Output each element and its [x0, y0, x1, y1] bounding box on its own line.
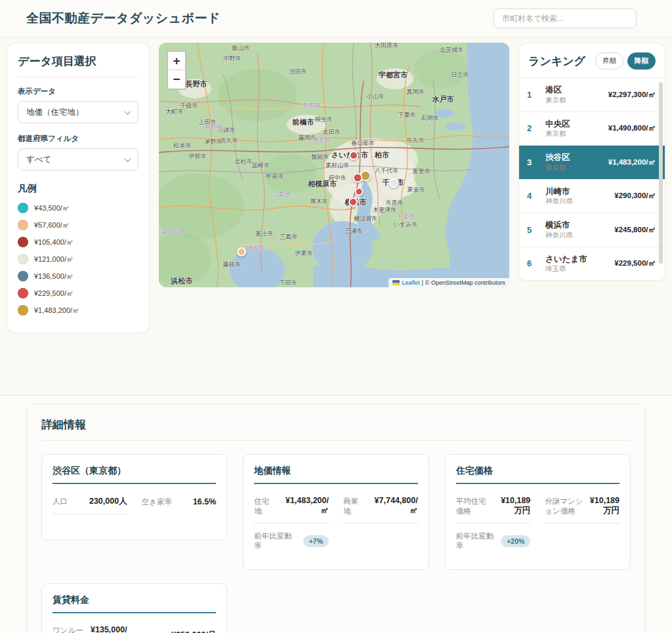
map-city-label: 北茨城市 — [440, 46, 463, 54]
detail-card: 賃貸料金 ワンルーム ¥135,000/月 2LDK ¥250,000/月 3L… — [41, 583, 227, 633]
zoom-in-button[interactable]: + — [168, 52, 185, 70]
rank-city-name: 横浜市 — [545, 220, 610, 231]
search-input[interactable] — [494, 9, 637, 28]
prefecture-filter-select[interactable]: すべて — [18, 148, 138, 171]
map-marker[interactable] — [353, 173, 363, 183]
legend-item-label: ¥1,483,200/㎡ — [34, 306, 79, 316]
chevron-down-icon — [125, 108, 131, 115]
map-marker[interactable] — [348, 197, 358, 207]
legend-color-swatch — [18, 271, 28, 281]
stat-grid: 住宅地 ¥1,483,200/㎡ 商業地 ¥7,744,800/㎡ 前年比変動率… — [254, 488, 417, 558]
display-data-select[interactable]: 地価（住宅地） — [18, 101, 138, 123]
map-city-label: 松本市 — [174, 142, 192, 150]
map-marker[interactable] — [389, 178, 399, 188]
map-city-label: 小山市 — [367, 92, 385, 101]
stat-label: 分譲マンション価格 — [545, 497, 584, 516]
rank-prefecture: 東京都 — [545, 163, 604, 173]
rank-price-value: ¥290,300/㎡ — [614, 191, 656, 201]
map-city-label: 藤枝市 — [223, 260, 241, 269]
rank-city-name: 渋谷区 — [545, 152, 604, 163]
leaflet-link[interactable]: Leaflet — [402, 279, 419, 286]
stat-cell: 人口 230,000人 — [52, 488, 127, 514]
legend-list: ¥43,500/㎡ ¥57,600/㎡ ¥105,400/㎡ ¥121,000/… — [18, 203, 138, 316]
stat-label: 商業地 — [343, 497, 364, 516]
map-city-label: 飯能市 — [312, 153, 329, 161]
map-city-label: 前橋市 — [293, 117, 314, 127]
map-city-label: 佐久市 — [220, 136, 238, 145]
data-selection-panel: データ項目選択 表示データ 地価（住宅地） 都道府県フィルタ すべて 凡例 ¥4… — [7, 43, 150, 333]
ranking-title: ランキング — [528, 54, 585, 69]
map-canvas[interactable]: 飯山市中野市長野市沼田市大町市千曲市上田市小諸市佐久市前橋市桐生市太田市松本市藤… — [159, 43, 509, 287]
rank-number: 4 — [527, 191, 541, 201]
map-prefecture-label: 山梨県 — [273, 190, 291, 199]
stat-grid: ワンルーム ¥135,000/月 2LDK ¥250,000/月 3LDK ¥4… — [52, 617, 216, 633]
ranking-row[interactable]: 4 川崎市 神奈川県 ¥290,300/㎡ — [519, 180, 665, 214]
stat-cell: 前年比変動率 +20% — [456, 523, 531, 558]
ukraine-flag-icon — [392, 280, 400, 285]
rank-prefecture: 東京都 — [545, 129, 604, 138]
stat-label: 平均住宅価格 — [456, 497, 490, 516]
map-marker[interactable] — [349, 151, 358, 160]
map-city-label: 下妻市 — [398, 111, 416, 119]
map-attribution: Leaflet | © OpenStreetMap contributors — [388, 278, 509, 287]
map-city-label: 三浦市 — [345, 227, 363, 235]
map-city-label: 桐生市 — [315, 115, 333, 124]
ranking-scrollbar[interactable] — [659, 82, 663, 264]
ranking-row[interactable]: 1 港区 東京都 ¥2,297,300/㎡ — [519, 78, 665, 112]
osm-attribution: © OpenStreetMap contributors — [425, 279, 505, 286]
map-city-label: 春日部市 — [351, 139, 375, 148]
rank-city-name: 中央区 — [545, 119, 604, 130]
stat-cell: 分譲マンション価格 ¥10,189万円 — [545, 488, 620, 523]
legend-color-swatch — [18, 203, 28, 213]
stat-value: +20% — [501, 535, 530, 547]
sort-descending-button[interactable]: 降順 — [627, 52, 656, 70]
zoom-out-button[interactable]: − — [168, 70, 185, 89]
map-marker[interactable] — [237, 247, 246, 256]
ranking-row[interactable]: 6 さいたま市 埼玉県 ¥229,500/㎡ — [519, 247, 665, 280]
map-city-label: 水戸市 — [432, 94, 454, 104]
legend-item-label: ¥136,500/㎡ — [34, 272, 74, 281]
map-city-label: 八千代市 — [375, 167, 398, 175]
data-selection-title: データ項目選択 — [18, 54, 138, 77]
stat-cell: 空き家率 16.5% — [142, 488, 217, 514]
stat-label: 前年比変動率 — [456, 531, 496, 551]
legend-item: ¥43,500/㎡ — [18, 203, 138, 213]
rank-prefecture: 神奈川県 — [545, 197, 610, 206]
map-city-label: 三島市 — [280, 233, 298, 241]
ranking-row[interactable]: 2 中央区 東京都 ¥1,490,800/㎡ — [519, 112, 665, 146]
map-city-label: 伊那市 — [189, 152, 207, 161]
details-title: 詳細情報 — [41, 417, 631, 441]
map-city-label: 日立市 — [452, 71, 469, 79]
page-title: 全国不動産データダッシュボード — [26, 10, 220, 27]
sort-ascending-button[interactable]: 昇順 — [595, 52, 623, 70]
stat-label: ワンルーム — [52, 626, 85, 633]
rank-price-value: ¥1,483,200/㎡ — [608, 157, 656, 167]
legend-item-label: ¥43,500/㎡ — [34, 203, 70, 213]
map-marker[interactable] — [355, 188, 364, 196]
stat-value: ¥10,189万円 — [590, 496, 620, 516]
ranking-row[interactable]: 3 渋谷区 東京都 ¥1,483,200/㎡ — [519, 146, 665, 180]
map-city-label: 長野市 — [186, 79, 207, 89]
rank-number: 6 — [527, 258, 541, 268]
map-prefecture-label: 埼玉県 — [312, 136, 330, 144]
map-prefecture-label: 長野県 — [205, 123, 222, 132]
display-data-label: 表示データ — [18, 87, 138, 96]
legend-item: ¥229,500/㎡ — [18, 288, 138, 298]
ranking-row[interactable]: 5 横浜市 神奈川県 ¥245,800/㎡ — [519, 213, 665, 247]
ranking-list: 1 港区 東京都 ¥2,297,300/㎡ 2 中央区 東京都 ¥1,490,8… — [519, 78, 665, 280]
map-city-label: 東金市 — [408, 186, 425, 194]
top-section: データ項目選択 表示データ 地価（住宅地） 都道府県フィルタ すべて 凡例 ¥4… — [0, 37, 672, 395]
detail-card: 住宅価格 平均住宅価格 ¥10,189万円 分譲マンション価格 ¥10,189万… — [445, 454, 631, 570]
map-city-label: 千曲市 — [180, 102, 198, 110]
ranking-panel: ランキング 昇順 降順 1 港区 東京都 ¥2,297,300/㎡ 2 中央区 … — [518, 43, 665, 281]
map-city-label: 伊東市 — [295, 249, 313, 258]
map-city-label: 宇都宮市 — [379, 70, 408, 80]
legend-item-label: ¥105,400/㎡ — [34, 237, 74, 247]
rank-number: 1 — [527, 90, 541, 100]
stat-cell: 前年比変動率 +7% — [254, 523, 329, 558]
stat-value: ¥7,744,800/㎡ — [369, 496, 417, 516]
rank-price-value: ¥245,800/㎡ — [614, 225, 656, 235]
map-city-label: 東村山市 — [326, 161, 349, 170]
detail-cards-grid: 渋谷区（東京都） 人口 230,000人 空き家率 16.5% 地価情報 住宅地… — [41, 454, 631, 633]
map-city-label: 石岡市 — [421, 114, 439, 123]
